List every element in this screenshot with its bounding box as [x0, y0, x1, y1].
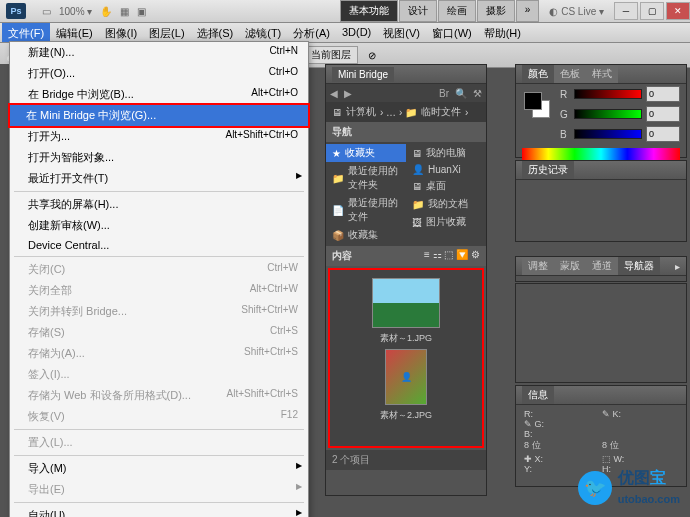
tree-item[interactable]: 📦收藏集	[326, 226, 406, 244]
file-menu-item: 存储(S)Ctrl+S	[10, 322, 308, 343]
menu-10[interactable]: 帮助(H)	[478, 23, 527, 42]
mb-back-icon[interactable]: ◀	[330, 88, 338, 99]
menu-8[interactable]: 视图(V)	[377, 23, 426, 42]
ignore-icon[interactable]: ⊘	[368, 50, 376, 61]
info-tab[interactable]: 信息	[522, 386, 554, 404]
tab-paint[interactable]: 绘画	[438, 0, 476, 22]
tab-more[interactable]: »	[516, 0, 540, 22]
file-menu-item: 关闭(C)Ctrl+W	[10, 259, 308, 280]
file-menu: 新建(N)...Ctrl+N打开(O)...Ctrl+O在 Bridge 中浏览…	[9, 41, 309, 517]
menu-5[interactable]: 滤镜(T)	[239, 23, 287, 42]
file-menu-item: 关闭全部Alt+Ctrl+W	[10, 280, 308, 301]
history-tab[interactable]: 历史记录	[522, 161, 574, 179]
sample-select[interactable]: 当前图层	[304, 46, 358, 64]
menu-9[interactable]: 窗口(W)	[426, 23, 478, 42]
file-menu-item: 导出(E)▶	[10, 479, 308, 500]
g-slider[interactable]	[574, 109, 642, 119]
adj-tab[interactable]: 调整	[522, 257, 554, 275]
ps-logo: Ps	[6, 3, 26, 19]
tab-design[interactable]: 设计	[399, 0, 437, 22]
tree-item[interactable]: 📄最近使用的文件	[326, 194, 406, 226]
screen-icon[interactable]: ▣	[137, 6, 146, 17]
tree-item[interactable]: 👤HuanXi	[406, 162, 486, 177]
file-menu-item: 置入(L)...	[10, 432, 308, 453]
color-tab[interactable]: 颜色	[522, 65, 554, 83]
file-menu-item[interactable]: 打开为智能对象...	[10, 147, 308, 168]
top-controls: ▭ 100% ▾ ✋ ▦ ▣	[42, 6, 146, 17]
file-menu-item[interactable]: 在 Bridge 中浏览(B)...Alt+Ctrl+O	[10, 84, 308, 105]
tree-item[interactable]: 🖥我的电脑	[406, 144, 486, 162]
menu-7[interactable]: 3D(D)	[336, 23, 377, 42]
tree-item[interactable]: 🖼图片收藏	[406, 213, 486, 231]
zoom-value[interactable]: 100% ▾	[59, 6, 92, 17]
file-menu-item[interactable]: 自动(U)▶	[10, 505, 308, 517]
zoom-icon[interactable]: ▭	[42, 6, 51, 17]
file-menu-item: 恢复(V)F12	[10, 406, 308, 427]
mb-nav-header: 导航	[326, 122, 486, 142]
thumb-1[interactable]: 素材～1.JPG	[334, 278, 478, 345]
tab-photo[interactable]: 摄影	[477, 0, 515, 22]
file-menu-item: 签入(I)...	[10, 364, 308, 385]
fg-swatch[interactable]	[524, 92, 542, 110]
adjust-panel: 调整 蒙版 通道 导航器 ▸	[515, 256, 687, 282]
color-panel: 颜色 色板 样式 R G B	[515, 64, 687, 158]
file-menu-item[interactable]: 打开为...Alt+Shift+Ctrl+O	[10, 126, 308, 147]
tree-item[interactable]: ★收藏夹	[326, 144, 406, 162]
history-panel: 历史记录	[515, 160, 687, 242]
menu-3[interactable]: 图层(L)	[143, 23, 190, 42]
file-menu-item[interactable]: 共享我的屏幕(H)...	[10, 194, 308, 215]
minibridge-panel: Mini Bridge ◀ ▶ Br 🔍 ⚒ 🖥 计算机 › … › 📁 临时文…	[325, 64, 487, 496]
minibridge-tab[interactable]: Mini Bridge	[332, 67, 394, 82]
file-menu-item[interactable]: Device Central...	[10, 236, 308, 254]
nav-tab[interactable]: 导航器	[618, 257, 660, 275]
mb-content: 素材～1.JPG 👤 素材～2.JPG	[328, 268, 484, 448]
swatch-tab[interactable]: 色板	[554, 65, 586, 83]
mb-fwd-icon[interactable]: ▶	[344, 88, 352, 99]
b-slider[interactable]	[574, 129, 642, 139]
navigator-panel	[515, 283, 687, 383]
g-input[interactable]	[646, 106, 680, 122]
twitter-icon: 🐦	[578, 471, 612, 505]
file-menu-item[interactable]: 导入(M)▶	[10, 458, 308, 479]
file-menu-item[interactable]: 新建(N)...Ctrl+N	[10, 42, 308, 63]
menu-2[interactable]: 图像(I)	[99, 23, 143, 42]
mb-tools-icon[interactable]: ⚒	[473, 88, 482, 99]
view-icon[interactable]: ▦	[120, 6, 129, 17]
file-menu-item: 存储为(A)...Shift+Ctrl+S	[10, 343, 308, 364]
r-slider[interactable]	[574, 89, 642, 99]
r-input[interactable]	[646, 86, 680, 102]
mb-br-icon[interactable]: Br	[439, 88, 449, 99]
watermark: 🐦 优图宝utobao.com	[578, 468, 680, 507]
b-input[interactable]	[646, 126, 680, 142]
file-menu-item[interactable]: 在 Mini Bridge 中浏览(G)...	[8, 103, 310, 128]
style-tab[interactable]: 样式	[586, 65, 618, 83]
mb-footer: 2 个项目	[326, 450, 486, 470]
file-menu-item: 存储为 Web 和设备所用格式(D)...Alt+Shift+Ctrl+S	[10, 385, 308, 406]
tree-item[interactable]: 📁我的文档	[406, 195, 486, 213]
file-menu-item[interactable]: 打开(O)...Ctrl+O	[10, 63, 308, 84]
tree-item[interactable]: 📁最近使用的文件夹	[326, 162, 406, 194]
menu-6[interactable]: 分析(A)	[287, 23, 336, 42]
hand-icon[interactable]: ✋	[100, 6, 112, 17]
file-menu-item[interactable]: 最近打开文件(T)▶	[10, 168, 308, 189]
mask-tab[interactable]: 蒙版	[554, 257, 586, 275]
tree-item[interactable]: 🖥桌面	[406, 177, 486, 195]
minimize-button[interactable]: ─	[614, 2, 638, 20]
tab-basic[interactable]: 基本功能	[340, 0, 398, 22]
file-menu-item[interactable]: 创建新审核(W)...	[10, 215, 308, 236]
file-menu-item: 关闭并转到 Bridge...Shift+Ctrl+W	[10, 301, 308, 322]
mb-path[interactable]: 🖥 计算机 › … › 📁 临时文件 ›	[326, 102, 486, 122]
thumb-2[interactable]: 👤 素材～2.JPG	[334, 349, 478, 422]
close-button[interactable]: ✕	[666, 2, 690, 20]
menu-0[interactable]: 文件(F)	[2, 23, 50, 42]
mb-content-header: 内容 ≡ ⚏ ⬚ 🔽 ⚙	[326, 246, 486, 266]
cslive[interactable]: ◐ CS Live ▾	[549, 6, 604, 17]
mb-search-icon[interactable]: 🔍	[455, 88, 467, 99]
chan-tab[interactable]: 通道	[586, 257, 618, 275]
menu-1[interactable]: 编辑(E)	[50, 23, 99, 42]
menu-4[interactable]: 选择(S)	[191, 23, 240, 42]
maximize-button[interactable]: ▢	[640, 2, 664, 20]
